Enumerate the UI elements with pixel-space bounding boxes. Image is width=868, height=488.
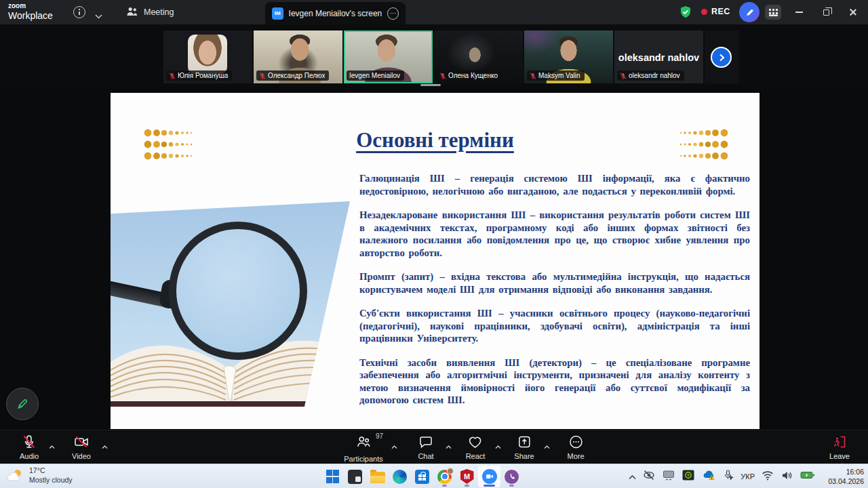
share-options-chevron[interactable] (544, 440, 550, 452)
participant-tile[interactable]: Олена Кущенко (434, 30, 523, 83)
leave-button[interactable]: Leave (829, 434, 850, 460)
task-view-button[interactable] (344, 466, 366, 487)
slide-paragraph: Технічні засоби виявлення ШІ (детектори)… (359, 357, 750, 407)
avatar (188, 35, 227, 74)
slide-body-text: Галюцинація ШІ – генерація системою ШІ і… (359, 172, 750, 418)
chrome-button[interactable] (433, 466, 456, 487)
edge-button[interactable] (389, 466, 411, 487)
tab-screen-share[interactable]: IM Ievgen Meniailov's screen (265, 2, 406, 24)
store-icon (415, 470, 429, 484)
taskbar-time: 16:06 (828, 467, 864, 476)
audio-button[interactable]: Audio (20, 434, 39, 460)
participant-nametag: Олександр Пелюх (256, 70, 329, 81)
speaker-icon[interactable] (781, 470, 794, 484)
zoom-app-button[interactable] (478, 466, 500, 487)
taskbar-date: 03.04.2026 (828, 476, 864, 486)
video-options-chevron[interactable] (102, 440, 108, 452)
annotation-pencil-fab[interactable] (6, 388, 39, 420)
participant-nametag: Maksym Valin (527, 70, 585, 81)
mcafee-button[interactable]: M (456, 466, 478, 487)
chrome-profile-avatar (447, 468, 454, 474)
rec-label: REC (711, 7, 730, 16)
participants-icon (355, 434, 372, 450)
participant-tile[interactable]: Юлія Романуша (163, 30, 252, 83)
nvidia-icon[interactable] (682, 468, 695, 485)
participant-nametag: Юлія Романуша (166, 70, 232, 81)
chat-bubble-icon (418, 434, 434, 450)
mic-muted-icon (530, 73, 536, 79)
taskbar-clock[interactable]: 16:06 03.04.2026 (828, 467, 864, 486)
taskbar-weather-label: Mostly cloudy (29, 476, 73, 485)
wifi-icon[interactable] (761, 470, 774, 484)
video-button[interactable]: Video (72, 434, 91, 460)
slide-title: Основні терміни (111, 128, 760, 152)
meeting-tab-label: Meeting (144, 7, 174, 17)
tab-meeting[interactable]: Meeting (119, 0, 180, 24)
participant-tile-active-speaker[interactable]: Ievgen Meniailov (344, 30, 433, 83)
minimize-button[interactable] (785, 0, 812, 24)
recording-indicator[interactable]: REC (701, 7, 730, 16)
weather-widget[interactable]: 17°C Mostly cloudy (5, 466, 73, 485)
annotate-pencil-button[interactable] (739, 2, 760, 22)
share-button[interactable]: Share (514, 434, 534, 460)
next-participants-arrow-button[interactable] (711, 47, 732, 68)
task-view-icon (348, 470, 362, 484)
apps-grid-icon[interactable] (765, 5, 781, 20)
chrome-icon (437, 470, 452, 484)
mic-muted-icon (620, 73, 627, 79)
participant-video-strip: Юлія Романуша Олександр Пелюх Ievgen Men… (0, 24, 868, 87)
participants-count: 97 (376, 432, 383, 440)
participant-tile[interactable]: oleksandr nahlov oleksandr nahlov (614, 30, 703, 83)
slide-paragraph: Галюцинація ШІ – генерація системою ШІ і… (359, 172, 750, 197)
voice-typing-mic-icon[interactable] (722, 469, 734, 484)
windows-logo-icon (326, 470, 340, 483)
react-options-chevron[interactable] (495, 440, 501, 452)
security-shield-icon[interactable] (679, 5, 692, 22)
close-button[interactable] (840, 0, 867, 24)
zoom-workplace-window: zoom Workplace Meeting IM Ievgen Meniail… (0, 0, 868, 488)
info-icon[interactable] (73, 6, 85, 18)
chat-button[interactable]: Chat (418, 434, 434, 460)
mic-muted-icon (439, 73, 446, 79)
heart-icon (467, 434, 484, 450)
video-strip-drag-handle[interactable] (420, 84, 441, 86)
tab-options-ellipsis-icon[interactable] (387, 7, 399, 20)
magnifier-lens (169, 222, 307, 360)
tray-chevron-up-icon[interactable] (629, 470, 636, 483)
taskbar-temperature: 17°C (29, 466, 73, 476)
participant-tile[interactable]: Maksym Valin (524, 30, 613, 83)
gold-dots-decoration (143, 128, 205, 162)
mic-muted-icon (259, 73, 266, 79)
file-explorer-button[interactable] (366, 466, 389, 487)
keyboard-language[interactable]: УКР (741, 472, 755, 481)
more-button[interactable]: More (567, 434, 584, 460)
viber-icon (505, 470, 519, 484)
start-button[interactable] (321, 466, 344, 487)
chevron-down-icon[interactable] (95, 9, 102, 22)
more-ellipsis-icon (568, 434, 584, 450)
logo-line1: zoom (8, 3, 53, 9)
slide-paragraph: Суб'єкти використання ШІ – учасники осві… (359, 307, 750, 345)
mcafee-shield-icon: M (460, 469, 474, 484)
display-icon[interactable] (662, 469, 675, 484)
microsoft-store-button[interactable] (411, 466, 433, 487)
audio-options-chevron[interactable] (49, 440, 55, 452)
slide-paragraph: Незадеклароване використання ШІ – викори… (359, 209, 750, 259)
folder-icon (370, 472, 385, 483)
screen-share-tab-label: Ievgen Meniailov's screen (289, 9, 382, 18)
participants-button[interactable]: 97 Participants (344, 434, 382, 463)
participant-tile[interactable]: Олександр Пелюх (254, 30, 342, 83)
taskbar-dock: M (321, 466, 523, 487)
onedrive-warning-icon[interactable] (701, 468, 716, 485)
zoom-workplace-logo: zoom Workplace (8, 3, 53, 20)
viber-button[interactable] (500, 466, 523, 487)
chat-options-chevron[interactable] (446, 440, 452, 452)
screen-share-badge: IM (272, 7, 283, 20)
react-button[interactable]: React (466, 434, 486, 460)
participants-options-chevron[interactable] (391, 440, 397, 452)
battery-icon[interactable] (800, 470, 815, 483)
gold-dots-decoration (667, 128, 729, 162)
edge-icon (393, 470, 407, 484)
restore-button[interactable] (812, 0, 840, 24)
eye-slash-icon[interactable] (642, 468, 656, 485)
